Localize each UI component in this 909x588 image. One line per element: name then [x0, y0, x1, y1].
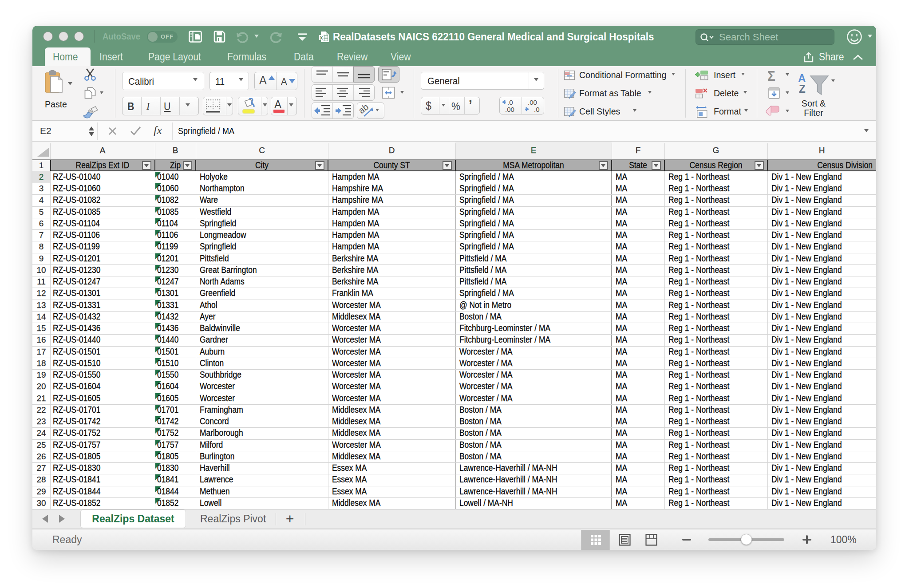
svg-text:ab: ab: [360, 104, 370, 115]
svg-text:.0: .0: [534, 106, 540, 113]
svg-text:.00: .00: [505, 106, 514, 113]
svg-text:.0: .0: [507, 99, 513, 106]
svg-text:.00: .00: [528, 99, 537, 106]
svg-text:x: x: [320, 35, 323, 41]
